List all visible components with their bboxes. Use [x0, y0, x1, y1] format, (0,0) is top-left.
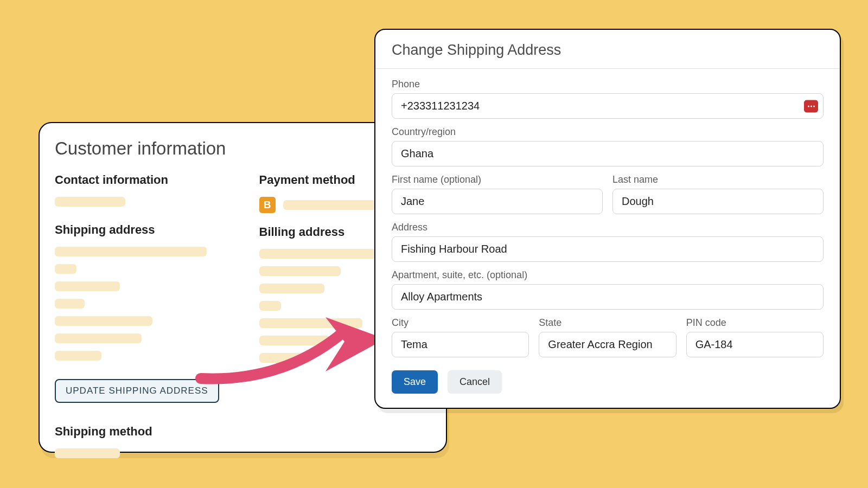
shipping-method-heading: Shipping method — [55, 425, 227, 439]
pin-code-label: PIN code — [686, 317, 824, 329]
last-name-label: Last name — [612, 174, 824, 185]
skeleton-line — [259, 336, 330, 345]
skeleton-line — [55, 448, 120, 458]
apartment-input[interactable] — [392, 284, 824, 310]
country-label: Country/region — [392, 126, 824, 138]
first-name-input[interactable] — [392, 189, 603, 214]
password-manager-icon[interactable] — [804, 100, 818, 112]
skeleton-line — [55, 281, 120, 291]
skeleton-line — [259, 301, 281, 311]
state-input[interactable] — [539, 332, 676, 357]
pin-code-field: PIN code — [686, 317, 824, 357]
skeleton-line — [259, 284, 324, 293]
shipping-address-heading: Shipping address — [55, 223, 227, 237]
skeleton-line — [55, 316, 152, 326]
phone-field: Phone — [392, 79, 824, 119]
country-input[interactable] — [392, 141, 824, 166]
city-input[interactable] — [392, 332, 529, 357]
apartment-field: Apartment, suite, etc. (optional) — [392, 269, 824, 310]
skeleton-line — [55, 264, 76, 274]
phone-label: Phone — [392, 79, 824, 90]
modal-title: Change Shipping Address — [392, 42, 824, 59]
skeleton-line — [259, 266, 341, 276]
address-input[interactable] — [392, 236, 824, 262]
update-shipping-address-button[interactable]: UPDATE SHIPPING ADDRESS — [55, 379, 219, 403]
skeleton-line — [55, 247, 207, 256]
skeleton-line — [55, 197, 125, 207]
country-field: Country/region — [392, 126, 824, 166]
city-label: City — [392, 317, 529, 329]
left-column: Contact information Shipping address UPD… — [55, 170, 227, 466]
last-name-input[interactable] — [612, 189, 824, 214]
change-shipping-address-modal: Change Shipping Address Phone Country/re… — [374, 29, 841, 409]
save-button[interactable]: Save — [392, 370, 438, 394]
last-name-field: Last name — [612, 174, 824, 214]
cancel-button[interactable]: Cancel — [448, 370, 502, 394]
modal-body: Phone Country/region First name (optiona… — [375, 69, 840, 408]
modal-header: Change Shipping Address — [375, 30, 840, 69]
payment-brand-icon: B — [259, 197, 276, 213]
pin-code-input[interactable] — [686, 332, 824, 357]
address-field: Address — [392, 222, 824, 262]
skeleton-line — [55, 299, 85, 309]
address-label: Address — [392, 222, 824, 233]
state-field: State — [539, 317, 676, 357]
skeleton-line — [259, 318, 362, 328]
city-field: City — [392, 317, 529, 357]
skeleton-line — [55, 351, 101, 361]
contact-info-heading: Contact information — [55, 173, 227, 187]
first-name-field: First name (optional) — [392, 174, 603, 214]
skeleton-line — [259, 353, 311, 363]
apartment-label: Apartment, suite, etc. (optional) — [392, 269, 824, 281]
skeleton-line — [55, 333, 142, 343]
first-name-label: First name (optional) — [392, 174, 603, 185]
modal-actions: Save Cancel — [392, 370, 824, 394]
state-label: State — [539, 317, 676, 329]
phone-input[interactable] — [392, 93, 824, 119]
